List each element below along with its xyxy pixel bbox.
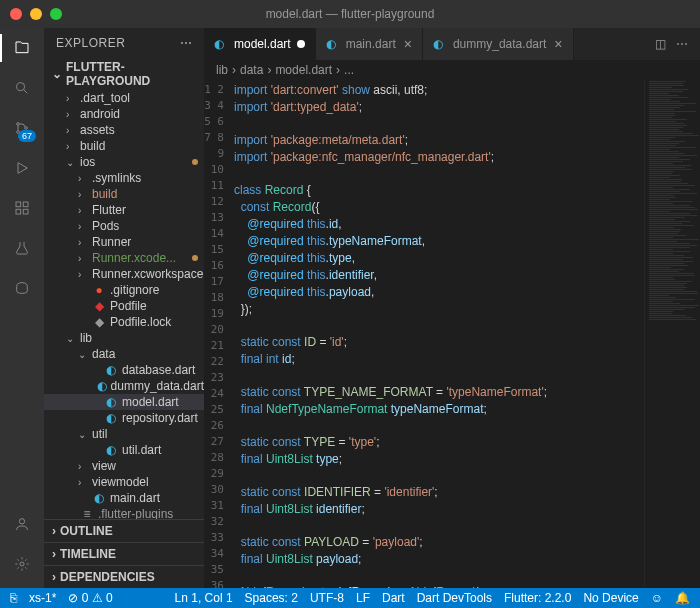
code-content[interactable]: import 'dart:convert' show ascii, utf8; … (234, 80, 700, 588)
status-item[interactable]: ☺ (651, 591, 663, 605)
status-item[interactable]: Dart (382, 591, 405, 605)
status-item[interactable]: Ln 1, Col 1 (175, 591, 233, 605)
window-controls (10, 8, 62, 20)
tree-item[interactable]: ›Runner (44, 234, 204, 250)
tree-item[interactable]: ›android (44, 106, 204, 122)
svg-rect-6 (23, 202, 28, 207)
run-debug-icon[interactable] (10, 156, 34, 180)
bell-icon[interactable]: 🔔 (675, 591, 690, 605)
status-item[interactable]: Spaces: 2 (245, 591, 298, 605)
timeline-section[interactable]: ›TIMELINE (44, 542, 204, 565)
tree-item[interactable]: ›Pods (44, 218, 204, 234)
tree-item[interactable]: ⌄util (44, 426, 204, 442)
tree-item[interactable]: ›build (44, 138, 204, 154)
status-item[interactable]: UTF-8 (310, 591, 344, 605)
titlebar: model.dart — flutter-playground (0, 0, 700, 28)
tree-item[interactable]: ›view (44, 458, 204, 474)
copilot-icon[interactable] (10, 276, 34, 300)
status-bar: ⎘xs-1*⊘ 0 ⚠ 0 Ln 1, Col 1Spaces: 2UTF-8L… (0, 588, 700, 608)
window-title: model.dart — flutter-playground (266, 7, 435, 21)
outline-section[interactable]: ›OUTLINE (44, 519, 204, 542)
close-window[interactable] (10, 8, 22, 20)
tree-item[interactable]: ≡.flutter-plugins (44, 506, 204, 519)
status-item[interactable]: Flutter: 2.2.0 (504, 591, 571, 605)
more-icon[interactable]: ⋯ (180, 36, 193, 50)
extensions-icon[interactable] (10, 196, 34, 220)
close-icon[interactable]: × (404, 36, 412, 52)
scm-badge: 67 (18, 130, 36, 142)
maximize-window[interactable] (50, 8, 62, 20)
tree-item[interactable]: ⌄lib (44, 330, 204, 346)
line-gutter: 1 2 3 4 5 6 7 8 9 10 11 12 13 14 15 16 1… (204, 80, 234, 588)
tree-item[interactable]: ◐repository.dart (44, 410, 204, 426)
tree-item[interactable]: ›assets (44, 122, 204, 138)
svg-point-2 (17, 123, 20, 126)
status-item[interactable]: xs-1* (29, 591, 56, 605)
tree-item[interactable]: ⌄ios (44, 154, 204, 170)
remote-icon[interactable]: ⎘ (10, 591, 17, 605)
tab[interactable]: ◐main.dart× (316, 28, 423, 60)
file-tree[interactable]: ›.dart_tool›android›assets›build⌄ios›.sy… (44, 90, 204, 519)
tree-item[interactable]: ◆Podfile.lock (44, 314, 204, 330)
status-item[interactable]: No Device (583, 591, 638, 605)
testing-icon[interactable] (10, 236, 34, 260)
tree-item[interactable]: ›.dart_tool (44, 90, 204, 106)
tree-item[interactable]: ›Flutter (44, 202, 204, 218)
accounts-icon[interactable] (10, 512, 34, 536)
sidebar-header: EXPLORER ⋯ (44, 28, 204, 58)
minimize-window[interactable] (30, 8, 42, 20)
svg-point-0 (17, 83, 25, 91)
tree-item[interactable]: ◐database.dart (44, 362, 204, 378)
tree-item[interactable]: ›build (44, 186, 204, 202)
tree-item[interactable]: ›Runner.xcworkspace (44, 266, 204, 282)
tree-item[interactable]: ◐model.dart (44, 394, 204, 410)
svg-point-9 (19, 519, 24, 524)
explorer-icon[interactable] (10, 36, 34, 60)
project-header[interactable]: ⌄ FLUTTER-PLAYGROUND (44, 58, 204, 90)
minimap[interactable] (644, 80, 700, 588)
tree-item[interactable]: ◆Podfile (44, 298, 204, 314)
settings-gear-icon[interactable] (10, 552, 34, 576)
status-item[interactable]: ⊘ 0 ⚠ 0 (68, 591, 112, 605)
sidebar: EXPLORER ⋯ ⌄ FLUTTER-PLAYGROUND ›.dart_t… (44, 28, 204, 588)
tree-item[interactable]: ●.gitignore (44, 282, 204, 298)
svg-point-10 (20, 562, 24, 566)
tab-bar: ◐model.dart◐main.dart×◐dummy_data.dart×◫… (204, 28, 700, 60)
tree-item[interactable]: ◐util.dart (44, 442, 204, 458)
tree-item[interactable]: ›.symlinks (44, 170, 204, 186)
activity-bar: 67 (0, 28, 44, 588)
svg-point-4 (25, 127, 28, 130)
dirty-dot (297, 40, 305, 48)
close-icon[interactable]: × (554, 36, 562, 52)
main-area: 67 EXPLORER ⋯ ⌄ FLUTTER-PLAYGROUND ›.dar… (0, 28, 700, 588)
svg-rect-7 (16, 209, 21, 214)
chevron-down-icon: ⌄ (52, 67, 62, 81)
editor-area: ◐model.dart◐main.dart×◐dummy_data.dart×◫… (204, 28, 700, 588)
dependencies-section[interactable]: ›DEPENDENCIES (44, 565, 204, 588)
tab[interactable]: ◐model.dart (204, 28, 316, 60)
tree-item[interactable]: ◐main.dart (44, 490, 204, 506)
more-icon[interactable]: ⋯ (676, 37, 688, 51)
svg-rect-5 (16, 202, 21, 207)
status-item[interactable]: LF (356, 591, 370, 605)
tree-item[interactable]: ⌄data (44, 346, 204, 362)
svg-line-1 (24, 90, 27, 93)
tree-item[interactable]: ›Runner.xcode... (44, 250, 204, 266)
tree-item[interactable]: ›viewmodel (44, 474, 204, 490)
svg-rect-8 (23, 209, 28, 214)
split-editor-icon[interactable]: ◫ (655, 37, 666, 51)
project-name: FLUTTER-PLAYGROUND (66, 60, 196, 88)
breadcrumb[interactable]: lib › data › model.dart › ... (204, 60, 700, 80)
tree-item[interactable]: ◐dummy_data.dart (44, 378, 204, 394)
source-control-icon[interactable]: 67 (10, 116, 34, 140)
status-item[interactable]: Dart DevTools (417, 591, 492, 605)
search-icon[interactable] (10, 76, 34, 100)
explorer-label: EXPLORER (56, 36, 125, 50)
editor[interactable]: 1 2 3 4 5 6 7 8 9 10 11 12 13 14 15 16 1… (204, 80, 700, 588)
tab[interactable]: ◐dummy_data.dart× (423, 28, 574, 60)
